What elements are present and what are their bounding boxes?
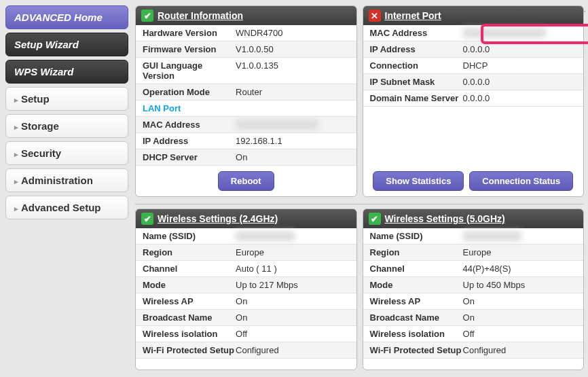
table-row: ChannelAuto ( 11 ) [136, 261, 356, 277]
row-label: Wireless AP [143, 296, 236, 306]
table-row: RegionEurope [363, 245, 584, 261]
x-icon: ✕ [369, 10, 381, 22]
chevron-right-icon: ▸ [14, 96, 18, 104]
router-info-title: Router Information [158, 10, 243, 21]
table-row: LAN Port [136, 101, 356, 117]
table-row: IP Address0.0.0.0 [363, 41, 584, 58]
router-info-header[interactable]: ✔ Router Information [136, 6, 356, 25]
nav-label: Administration [21, 175, 93, 186]
table-row: IP Subnet Mask0.0.0.0 [363, 74, 584, 90]
chevron-right-icon: ▸ [14, 204, 18, 213]
row-label: Channel [143, 264, 236, 274]
table-row: Operation ModeRouter [136, 84, 356, 101]
internet-port-body: MAC AddressXX:XX:XX:XX:XX:XXIP Address0.… [363, 25, 584, 166]
table-row: RegionEurope [136, 245, 356, 261]
row-value: Off [463, 329, 576, 339]
row-value: Europe [236, 247, 349, 257]
table-row: Wireless APOn [363, 293, 584, 310]
internet-port-header[interactable]: ✕ Internet Port [363, 6, 584, 25]
row-value: XXXXXXXXXX [236, 231, 349, 241]
nav-storage[interactable]: ▸Storage [5, 114, 128, 138]
chevron-right-icon: ▸ [14, 177, 18, 185]
row-value: XX:XX:XX:XX:XX:XX [463, 28, 576, 38]
table-row: IP Address192.168.1.1 [136, 133, 356, 149]
nav-setup-wizard[interactable]: Setup Wizard [5, 33, 128, 56]
row-value: 0.0.0.0 [463, 77, 576, 87]
table-row: MAC AddressXX:XX:XX:XX:XX:XX [136, 117, 356, 133]
row-label: Firmware Version [143, 44, 236, 54]
wireless-50-header[interactable]: ✔ Wireless Settings (5.0GHz) [363, 209, 584, 228]
row-value: Auto ( 11 ) [236, 264, 349, 274]
sidebar: ADVANCED HomeSetup WizardWPS Wizard▸Setu… [0, 0, 134, 377]
divider [135, 204, 584, 204]
table-row: Wireless isolationOff [363, 326, 584, 342]
table-row: Wi-Fi Protected SetupConfigured [363, 342, 584, 359]
table-row: ModeUp to 450 Mbps [363, 277, 584, 293]
row-value: Configured [463, 345, 576, 355]
nav-setup[interactable]: ▸Setup [5, 87, 128, 111]
row-label: MAC Address [370, 28, 463, 38]
nav-advanced-home[interactable]: ADVANCED Home [5, 5, 128, 29]
table-row: Wi-Fi Protected SetupConfigured [136, 342, 356, 359]
row-value [236, 103, 349, 113]
wireless-24-header[interactable]: ✔ Wireless Settings (2.4GHz) [136, 209, 356, 228]
nav-label: WPS Wizard [14, 66, 73, 77]
table-row: Domain Name Server0.0.0.0 [363, 90, 584, 107]
row-value: Router [236, 87, 349, 97]
row-value: XX:XX:XX:XX:XX:XX [236, 120, 349, 130]
row-label: Region [143, 247, 236, 257]
row-label: Wi-Fi Protected Setup [143, 345, 236, 355]
row-label: IP Address [370, 44, 463, 54]
row-value: 44(P)+48(S) [463, 264, 576, 274]
row-label: Domain Name Server [370, 93, 463, 103]
row-value: 0.0.0.0 [463, 93, 576, 103]
row-label: IP Address [143, 136, 236, 146]
table-row: ConnectionDHCP [363, 58, 584, 74]
nav-label: ADVANCED Home [14, 12, 103, 23]
reboot-button[interactable]: Reboot [218, 171, 274, 191]
row-label: Broadcast Name [370, 312, 463, 323]
table-row: ModeUp to 217 Mbps [136, 277, 356, 293]
nav-label: Storage [21, 120, 59, 132]
table-row: Broadcast NameOn [136, 310, 356, 326]
row-label: IP Subnet Mask [370, 77, 463, 87]
row-label: MAC Address [143, 120, 236, 130]
show-statistics-button[interactable]: Show Statistics [373, 171, 464, 191]
nav-advanced-setup[interactable]: ▸Advanced Setup [5, 196, 128, 219]
nav-administration[interactable]: ▸Administration [5, 168, 128, 192]
table-row: Firmware VersionV1.0.0.50 [136, 41, 356, 58]
connection-status-button[interactable]: Connection Status [469, 171, 573, 191]
check-icon: ✔ [141, 10, 153, 22]
nav-wps-wizard[interactable]: WPS Wizard [5, 60, 128, 84]
row-value: DHCP [463, 60, 576, 71]
table-row: Broadcast NameOn [363, 310, 584, 326]
row-label: Hardware Version [143, 28, 236, 38]
wireless-24-panel: ✔ Wireless Settings (2.4GHz) Name (SSID)… [135, 209, 357, 370]
row-label: Mode [143, 280, 236, 290]
row-value: Configured [236, 345, 349, 355]
table-row: Name (SSID)XXXXXXXXXX [136, 228, 356, 245]
row-label: Operation Mode [143, 87, 236, 97]
table-row: Wireless APOn [136, 293, 356, 310]
wireless-50-body: Name (SSID)XXXXXXXXXXRegionEuropeChannel… [363, 228, 584, 359]
row-value: On [236, 296, 349, 306]
nav-label: Security [21, 147, 61, 159]
row-value: On [463, 312, 576, 323]
row-label: GUI Language Version [143, 60, 236, 81]
row-value: 192.168.1.1 [236, 136, 349, 146]
chevron-right-icon: ▸ [14, 150, 18, 158]
table-row: Channel44(P)+48(S) [363, 261, 584, 277]
row-label: DHCP Server [143, 152, 236, 162]
row-label: Wireless isolation [370, 329, 463, 339]
router-info-body: Hardware VersionWNDR4700Firmware Version… [136, 25, 356, 166]
row-value: V1.0.0.135 [236, 60, 349, 81]
row-value: Off [236, 329, 349, 339]
nav-security[interactable]: ▸Security [5, 141, 128, 165]
row-label: Wireless AP [370, 296, 463, 306]
row-label: Broadcast Name [143, 312, 236, 323]
row-label: Wireless isolation [143, 329, 236, 339]
internet-port-panel: ✕ Internet Port MAC AddressXX:XX:XX:XX:X… [363, 5, 585, 197]
main-content: ︿ ✔ Router Information Hardware VersionW… [134, 0, 588, 377]
table-row: MAC AddressXX:XX:XX:XX:XX:XX [363, 25, 584, 41]
nav-label: Setup Wizard [14, 39, 79, 50]
